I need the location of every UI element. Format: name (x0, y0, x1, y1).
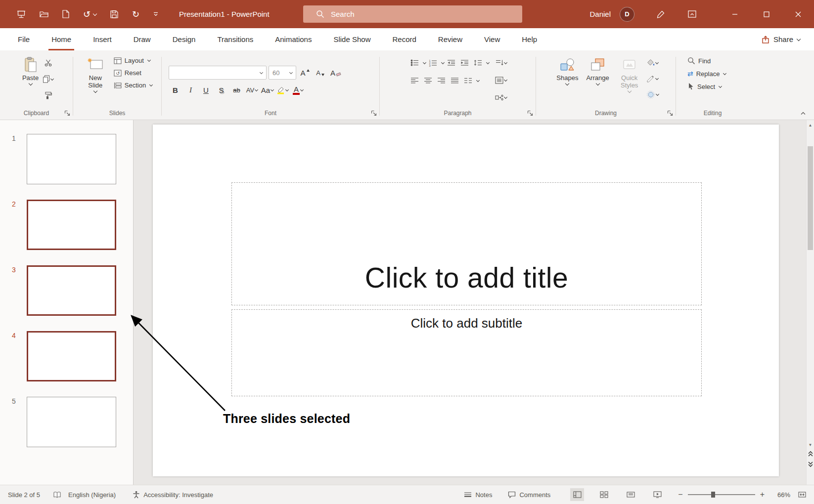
strikethrough-button[interactable]: ab (230, 84, 243, 96)
scroll-up-icon[interactable]: ▲ (809, 122, 813, 128)
text-direction-chevron-icon[interactable] (503, 60, 507, 64)
open-file-icon[interactable] (40, 10, 48, 18)
section-dropdown-chevron-icon[interactable] (149, 83, 153, 86)
justify-icon[interactable] (449, 75, 461, 86)
ribbon-display-options-icon[interactable] (688, 10, 696, 18)
underline-button[interactable]: U (199, 84, 213, 96)
font-name-chevron-icon[interactable] (260, 70, 263, 74)
slide-thumbnail-image[interactable] (27, 397, 116, 447)
zoom-out-button[interactable]: − (678, 491, 682, 499)
ink-pen-icon[interactable] (657, 10, 665, 18)
tab-transitions[interactable]: Transitions (206, 28, 264, 50)
tab-file[interactable]: File (7, 28, 41, 50)
accessibility-status[interactable]: Accessibility: Investigate (133, 491, 213, 499)
new-slide-button[interactable]: New Slide (80, 54, 111, 108)
find-button[interactable]: Find (685, 55, 728, 66)
character-spacing-chevron-icon[interactable] (255, 88, 258, 91)
maximize-button[interactable] (751, 0, 782, 28)
smartart-chevron-icon[interactable] (503, 95, 507, 98)
slide-thumbnail-1[interactable]: 1 (0, 134, 133, 184)
font-color-chevron-icon[interactable] (300, 88, 304, 91)
tab-review[interactable]: Review (427, 28, 473, 50)
slideshow-view-icon[interactable] (650, 488, 664, 501)
reset-button[interactable]: ↺Reset (111, 68, 155, 78)
zoom-in-button[interactable]: + (760, 491, 765, 499)
notes-button[interactable]: Notes (464, 491, 492, 499)
arrange-dropdown-chevron-icon[interactable] (595, 82, 599, 85)
text-highlight-button[interactable] (276, 84, 289, 96)
clear-formatting-button[interactable]: A (329, 67, 342, 79)
text-highlight-chevron-icon[interactable] (285, 88, 289, 91)
new-presentation-icon[interactable] (62, 10, 69, 18)
paste-button[interactable]: Paste (19, 54, 42, 108)
text-shadow-button[interactable]: S (215, 84, 228, 96)
font-size-select[interactable]: 60 (269, 66, 296, 80)
slide-thumbnail-image[interactable] (27, 200, 116, 250)
font-color-button[interactable]: A (291, 84, 305, 96)
close-button[interactable] (782, 0, 814, 28)
drawing-dialog-launcher-icon[interactable] (667, 110, 673, 116)
undo-dropdown-chevron-icon[interactable] (93, 11, 97, 15)
scroll-down-icon[interactable]: ▼ (809, 441, 813, 448)
tab-animations[interactable]: Animations (264, 28, 322, 50)
italic-button[interactable]: I (184, 84, 197, 96)
layout-button[interactable]: Layout (111, 55, 155, 66)
next-slide-button[interactable] (808, 459, 814, 470)
shapes-dropdown-chevron-icon[interactable] (565, 82, 569, 85)
align-left-icon[interactable] (409, 75, 421, 86)
tab-home[interactable]: Home (41, 28, 82, 50)
decrease-indent-icon[interactable] (446, 57, 457, 69)
slide-thumbnail-image[interactable] (27, 265, 116, 316)
reading-view-icon[interactable] (624, 488, 637, 501)
user-name[interactable]: Daniel (589, 10, 611, 18)
slide-thumbnail-3[interactable]: 3 (0, 265, 133, 316)
slide-thumbnail-5[interactable]: 5 (0, 397, 133, 447)
scrollbar-track[interactable] (807, 128, 814, 441)
new-slide-dropdown-chevron-icon[interactable] (93, 89, 97, 93)
shape-outline-icon[interactable] (646, 73, 659, 84)
numbering-icon[interactable]: 123 (427, 57, 439, 69)
scrollbar-thumb[interactable] (808, 146, 813, 250)
shape-outline-chevron-icon[interactable] (655, 76, 659, 80)
user-avatar[interactable]: D (620, 7, 634, 22)
tab-draw[interactable]: Draw (123, 28, 162, 50)
zoom-level[interactable]: 66% (770, 491, 790, 499)
layout-dropdown-chevron-icon[interactable] (147, 58, 151, 62)
quick-styles-dropdown-chevron-icon[interactable] (627, 89, 631, 93)
zoom-slider[interactable] (688, 494, 755, 495)
slide-indicator[interactable]: Slide 2 of 5 (8, 491, 40, 499)
undo-icon[interactable]: ↺ (83, 10, 96, 19)
copy-icon[interactable] (42, 73, 54, 85)
normal-view-icon[interactable] (570, 488, 584, 501)
subtitle-placeholder[interactable]: Click to add subtitle (231, 309, 702, 396)
numbering-chevron-icon[interactable] (441, 60, 444, 64)
slide-thumbnail-4[interactable]: 4 (0, 331, 133, 381)
redo-icon[interactable]: ↻ (132, 10, 139, 19)
decrease-font-size-button[interactable]: A (314, 67, 327, 79)
shape-effects-icon[interactable] (646, 88, 659, 100)
search-box[interactable]: Search (303, 5, 522, 23)
title-placeholder[interactable]: Click to add title (231, 182, 702, 305)
format-painter-icon[interactable] (42, 89, 54, 101)
shape-effects-chevron-icon[interactable] (656, 92, 659, 95)
tab-insert[interactable]: Insert (82, 28, 123, 50)
increase-indent-icon[interactable] (459, 57, 471, 69)
slide-thumbnail-image[interactable] (27, 331, 116, 381)
bold-button[interactable]: B (169, 84, 182, 96)
bullets-chevron-icon[interactable] (422, 60, 426, 64)
zoom-slider-thumb[interactable] (711, 492, 715, 498)
cut-icon[interactable] (42, 57, 54, 69)
increase-font-size-button[interactable]: A (298, 67, 312, 79)
customize-quick-access-toolbar-icon[interactable] (153, 12, 158, 17)
share-button[interactable]: Share (748, 28, 814, 50)
shapes-button[interactable]: Shapes (553, 54, 582, 108)
align-right-icon[interactable] (436, 75, 448, 86)
language-indicator[interactable]: English (Nigeria) (68, 491, 116, 499)
replace-chevron-icon[interactable] (723, 71, 726, 75)
replace-button[interactable]: ⇄Replace (685, 68, 728, 79)
bullets-icon[interactable] (409, 57, 421, 69)
text-direction-icon[interactable] (495, 57, 507, 69)
tab-help[interactable]: Help (511, 28, 548, 50)
slide-thumbnail-2[interactable]: 2 (0, 200, 133, 250)
clipboard-dialog-launcher-icon[interactable] (64, 110, 70, 116)
